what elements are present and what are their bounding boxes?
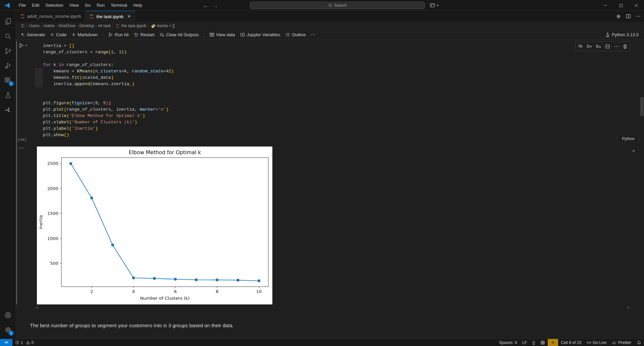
code-line[interactable]: plt.title('Elbow Method for Optimal k') — [43, 113, 174, 119]
vertical-scrollbar[interactable] — [640, 97, 644, 116]
gear-icon[interactable] — [616, 14, 621, 19]
execute-cell-icon[interactable] — [578, 44, 583, 49]
scroll-up-icon[interactable] — [632, 149, 635, 152]
table-grid-indicator[interactable] — [538, 339, 548, 346]
indentation-indicator[interactable]: Spaces: 4 — [496, 339, 520, 346]
menu-help[interactable]: Help — [130, 0, 145, 11]
code-line[interactable]: kmeans.fit(scaled_data) — [43, 74, 174, 81]
code-line[interactable]: range_of_clusters = range(1, 11) — [43, 49, 174, 55]
svg-text:500: 500 — [50, 261, 58, 266]
cell-position-indicator[interactable]: Cell 8 of 23 — [558, 339, 584, 346]
svg-text:Elbow Method for Optimal k: Elbow Method for Optimal k — [129, 150, 201, 156]
code-line[interactable]: plt.figure(figsize=(8, 5)) — [43, 100, 174, 106]
prettier-indicator[interactable]: Prettier — [609, 339, 634, 346]
more-actions-icon[interactable] — [636, 14, 641, 19]
tab-close-icon[interactable]: ✕ — [127, 14, 131, 19]
settings-gear-icon[interactable]: 1 — [0, 323, 16, 337]
forward-arrow-icon[interactable]: → — [213, 3, 218, 8]
scroll-left-icon[interactable] — [35, 306, 38, 309]
code-line[interactable] — [43, 87, 174, 94]
code-line[interactable]: inertia = [] — [43, 43, 174, 49]
code-line[interactable]: for k in range_of_clusters: — [43, 62, 174, 68]
run-cell-chevron-icon[interactable] — [25, 44, 28, 47]
add-markdown-cell-button[interactable]: Markdown — [71, 32, 98, 37]
run-cell-button[interactable] — [18, 43, 24, 48]
accounts-icon[interactable] — [0, 308, 16, 323]
eol-indicator[interactable]: LF — [520, 339, 530, 346]
layout-icon — [430, 3, 435, 8]
tab-adult-census-income[interactable]: adult_census_income.ipynb — [16, 11, 85, 22]
jupyter-variables-button[interactable]: Jupyter Variables — [240, 32, 280, 37]
menu-edit[interactable]: Edit — [29, 0, 42, 11]
problems-indicator[interactable]: 1 0 — [12, 339, 36, 346]
minimize-button[interactable] — [598, 0, 613, 11]
split-editor-icon[interactable] — [626, 14, 631, 19]
testing-icon[interactable] — [0, 88, 16, 103]
breadcrumb-item[interactable]: Desktop — [79, 23, 94, 28]
outline-icon — [285, 32, 290, 37]
code-line[interactable]: inertia.append(kmeans.inertia_) — [43, 81, 174, 87]
menu-selection[interactable]: Selection — [42, 0, 66, 11]
search-view-icon[interactable] — [0, 29, 16, 44]
back-arrow-icon[interactable]: ← — [203, 3, 208, 8]
split-cell-icon[interactable] — [605, 44, 610, 49]
code-line[interactable]: plt.ylabel('Inertia') — [43, 125, 174, 132]
code-line[interactable]: kmeans = KMeans(n_clusters=k, random_sta… — [43, 68, 174, 74]
code-line[interactable] — [43, 94, 174, 100]
output-collapse-icon[interactable]: ··· — [18, 145, 24, 151]
run-all-button[interactable]: Run All — [108, 32, 128, 37]
code-line[interactable]: plt.xlabel('Number of Clusters (k)') — [43, 119, 174, 125]
cell-language-label[interactable]: Python — [617, 135, 639, 142]
remote-indicator[interactable]: >< — [0, 339, 12, 346]
breadcrumb-item[interactable]: malne — [44, 23, 55, 28]
source-control-icon[interactable] — [0, 44, 16, 58]
run-above-icon[interactable] — [587, 44, 592, 49]
view-data-button[interactable]: View data — [209, 32, 235, 37]
ai-extension-icon[interactable] — [0, 103, 16, 117]
broadcast-icon — [587, 340, 591, 345]
menu-run[interactable]: Run — [94, 0, 108, 11]
code-editor[interactable]: inertia = []range_of_clusters = range(1,… — [43, 43, 174, 138]
markdown-cell[interactable]: The best number of groups to segment you… — [30, 322, 234, 329]
code-line[interactable] — [43, 55, 174, 62]
add-code-cell-button[interactable]: Code — [50, 32, 66, 37]
breadcrumb-item[interactable]: ml task — [98, 23, 111, 28]
restart-button[interactable]: Restart — [133, 32, 154, 37]
go-live-button[interactable]: Go Live — [584, 339, 609, 346]
toolbar-more-icon[interactable] — [311, 32, 316, 37]
code-line[interactable]: plt.show() — [43, 132, 174, 138]
breadcrumb-item[interactable]: OneDrive — [58, 23, 75, 28]
language-brackets-indicator[interactable]: {} — [530, 339, 538, 346]
extensions-icon[interactable]: 1 — [0, 73, 16, 88]
python-icon — [151, 24, 155, 28]
run-debug-icon[interactable] — [0, 58, 16, 73]
tab-the-task[interactable]: the task.ipynb ✕ — [85, 11, 135, 22]
clear-all-outputs-button[interactable]: Clear All Outputs — [159, 32, 199, 37]
scroll-right-icon[interactable] — [627, 306, 630, 309]
notifications-bell-icon[interactable] — [634, 339, 644, 346]
run-below-icon[interactable] — [596, 44, 601, 49]
menu-terminal[interactable]: Terminal — [108, 0, 130, 11]
explorer-icon[interactable] — [0, 14, 16, 29]
cell-focus-bar — [16, 41, 17, 304]
breadcrumb-item[interactable]: inertia = [] — [157, 23, 175, 28]
kernel-picker-button[interactable]: Python 3.13.5 — [605, 32, 639, 37]
menu-view[interactable]: View — [66, 0, 82, 11]
code-line[interactable]: plt.plot(range_of_clusters, inertia, mar… — [43, 106, 174, 113]
maximize-button[interactable] — [613, 0, 629, 11]
search-input[interactable]: Search — [250, 2, 425, 9]
menu-file[interactable]: File — [16, 0, 29, 11]
close-window-button[interactable] — [629, 0, 644, 11]
ai-extension-status[interactable] — [548, 339, 558, 346]
customize-layout-button[interactable] — [430, 0, 439, 11]
execution-count: [46] — [17, 137, 27, 142]
cell-more-actions-icon[interactable] — [614, 44, 619, 49]
outline-button[interactable]: Outline — [285, 32, 306, 37]
generate-button[interactable]: Generate — [20, 32, 45, 37]
indent-guide-highlight — [35, 68, 43, 87]
breadcrumb-item[interactable]: the task.ipynb — [121, 23, 146, 28]
breadcrumb-item[interactable]: C: — [21, 23, 25, 28]
menu-go[interactable]: Go — [82, 0, 94, 11]
breadcrumb-item[interactable]: Users — [29, 23, 40, 28]
delete-cell-icon[interactable] — [623, 44, 628, 49]
